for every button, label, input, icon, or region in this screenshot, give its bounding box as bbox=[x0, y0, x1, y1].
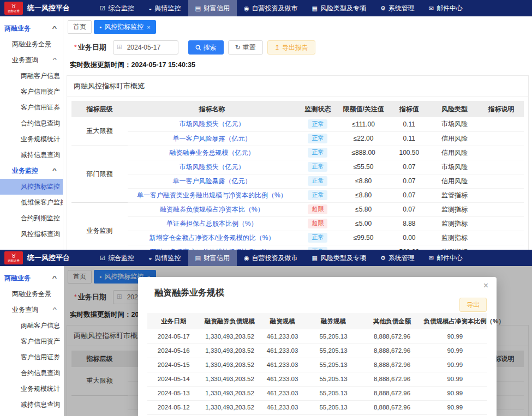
nav-menu: ☑ 综合监控 ◒ 舆情监控 ▤ 财富信用 ◉ 自营投资及做市 bbox=[93, 250, 470, 266]
sidebar-item[interactable]: 两融业务全景 bbox=[0, 286, 63, 302]
sidebar-item[interactable]: 两融业务 ^ bbox=[0, 21, 63, 37]
financing-scale-cell: 461,233.03 bbox=[260, 400, 306, 414]
modal-export-button[interactable]: 导出 bbox=[459, 298, 487, 312]
indicator-name-link[interactable]: 融资融券业务总规模（亿元） bbox=[169, 149, 254, 156]
indicator-name-link[interactable]: 市场风险损失（亿元） bbox=[179, 163, 244, 171]
indicator-name-link[interactable]: 新增穿仓金额占净资本/业务规模的比（%） bbox=[149, 234, 274, 242]
nav-item[interactable]: ☑ 综合监控 bbox=[93, 250, 141, 266]
column-header: 限额值/关注值 bbox=[339, 101, 388, 117]
financing-scale-cell: 461,233.03 bbox=[260, 329, 306, 343]
indicator-name-link[interactable]: 单证券担保占总股本比例（%） bbox=[166, 220, 258, 227]
nav-item[interactable]: ✉ 邮件中心 bbox=[422, 250, 470, 266]
nav-item[interactable]: ◉ 自营投资及做市 bbox=[237, 250, 305, 266]
indicator-value-cell: 0.07 bbox=[387, 188, 431, 202]
limit-value-cell: ≤8.80 bbox=[339, 188, 388, 202]
financing-scale-cell: 461,233.03 bbox=[260, 372, 306, 386]
nav-item[interactable]: ▦ 风险类型及专项 bbox=[305, 250, 373, 266]
sidebar-item[interactable]: 两融业务 ^ bbox=[0, 270, 63, 286]
indicator-name-cell: 融资融券负债规模占净资本比（%） bbox=[128, 202, 296, 216]
debt-scale-cell: 1,330,493,203.52 bbox=[200, 386, 260, 400]
column-header: 指标名称 bbox=[128, 101, 296, 117]
debt-ratio-cell: 90.99 bbox=[423, 372, 487, 386]
sidebar-item[interactable]: 两融客户信息 bbox=[0, 68, 63, 84]
status-badge: 超限 bbox=[308, 219, 327, 228]
indicator-name-link[interactable]: 融资融券负债规模占净资本比（%） bbox=[160, 206, 264, 213]
indicator-value-cell: 0.00 bbox=[387, 231, 431, 245]
nav-item[interactable]: ◒ 舆情监控 bbox=[141, 250, 188, 266]
nav-item-label: 风险类型及专项 bbox=[320, 254, 366, 263]
sidebar-item-label: 两融客户信息 bbox=[21, 72, 60, 80]
status-badge: 正常 bbox=[308, 148, 327, 157]
indicator-name-link[interactable]: 市场风险损失（亿元） bbox=[179, 120, 244, 128]
sidebar-item[interactable]: 两融客户信息 bbox=[0, 318, 63, 334]
nav-item[interactable]: ▦ 风险类型及专项 bbox=[305, 0, 373, 16]
indicator-name-link[interactable]: 单一客户融资类业务融出规模与净资本的比例（%） bbox=[137, 191, 287, 199]
sidebar-item-label: 合约到期监控 bbox=[21, 214, 60, 222]
close-icon[interactable]: × bbox=[483, 281, 488, 290]
sidebar-item[interactable]: 客户信用证券 bbox=[0, 349, 63, 365]
overview-monitor-icon: ☑ bbox=[100, 5, 105, 12]
nav-item-label: 舆情监控 bbox=[155, 4, 181, 13]
risk-type-cell: 市场风险 bbox=[431, 160, 479, 174]
nav-item-label: 舆情监控 bbox=[155, 254, 181, 263]
sidebar-item[interactable]: 合约信息查询 bbox=[0, 365, 63, 381]
sidebar-item[interactable]: 低维保客户监控 bbox=[0, 195, 63, 210]
sidebar-item[interactable]: 业务规模统计 bbox=[0, 131, 63, 147]
modal-table-row: 2024-05-13 1,330,493,203.52 461,233.03 5… bbox=[147, 386, 487, 400]
sidebar-item[interactable]: 减持信息查询 bbox=[0, 397, 63, 413]
risk-type-cell: 监管指标 bbox=[431, 188, 479, 202]
column-header: 监测状态 bbox=[296, 101, 339, 117]
sidebar-item[interactable]: 业务查询 ^ bbox=[0, 302, 63, 318]
indicator-name-link[interactable]: 单一客户风险暴露（亿元） bbox=[172, 177, 251, 185]
reset-button[interactable]: ↻ 重置 bbox=[228, 40, 263, 55]
export-report-button[interactable]: ↥ 导出报告 bbox=[267, 40, 315, 55]
nav-item[interactable]: ⚙ 系统管理 bbox=[373, 0, 422, 16]
nav-item-label: 系统管理 bbox=[388, 4, 415, 13]
status-cell: 超限 bbox=[296, 202, 339, 216]
debt-ratio-cell: 90.99 bbox=[423, 400, 487, 414]
sidebar-item[interactable]: 业务监控 ^ bbox=[0, 163, 63, 179]
search-button[interactable]: 搜索 bbox=[188, 40, 224, 55]
indicator-value-cell: 588.23 bbox=[387, 245, 431, 250]
nav-item[interactable]: ✉ 邮件中心 bbox=[422, 0, 470, 16]
nav-item[interactable]: ▤ 财富信用 bbox=[188, 250, 237, 266]
sidebar-item[interactable]: 风控指标查询 bbox=[0, 226, 63, 242]
business-date-cell: 2024-05-14 bbox=[147, 372, 200, 386]
sidebar-item[interactable]: 合约到期监控 bbox=[0, 210, 63, 226]
brand-name: 西部证券 bbox=[8, 259, 20, 262]
nav-item[interactable]: ◒ 舆情监控 bbox=[141, 0, 188, 16]
indicator-row: 重大限额市场风险损失（亿元）正常≤111.000.11市场风险 bbox=[71, 117, 524, 131]
column-header: 融资规模 bbox=[260, 313, 306, 329]
screenshot-top: ♉ 西部证券 统一风控平台 ☑ 综合监控 ◒ 舆情监控 ▤ 财富信用 bbox=[0, 0, 532, 250]
page-tab[interactable]: 首页 bbox=[68, 20, 92, 34]
status-cell: 正常 bbox=[296, 160, 339, 174]
indicator-name-link[interactable]: 单一客户风险暴露（亿元） bbox=[172, 135, 251, 142]
tab-close-icon[interactable]: × bbox=[147, 24, 150, 31]
risk-type-icon: ▦ bbox=[312, 255, 318, 262]
page-tab[interactable]: ● 风控指标监控 × bbox=[94, 20, 156, 34]
nav-item[interactable]: ◉ 自营投资及做市 bbox=[237, 0, 305, 16]
sidebar-item-label: 业务监控 bbox=[12, 167, 38, 174]
business-date-input[interactable] bbox=[113, 40, 178, 55]
sidebar-item[interactable]: 减持信息查询 bbox=[0, 147, 63, 163]
sidebar-item[interactable]: 业务查询 ^ bbox=[0, 52, 63, 68]
status-cell: 正常 bbox=[296, 231, 339, 245]
sidebar-item[interactable]: 客户信用资产 bbox=[0, 334, 63, 349]
sidebar-item[interactable]: 客户信用资产 bbox=[0, 84, 63, 100]
nav-item[interactable]: ⚙ 系统管理 bbox=[373, 250, 422, 266]
nav-item-label: 风险类型及专项 bbox=[320, 4, 366, 13]
sidebar-item[interactable]: 客户信用证券 bbox=[0, 100, 63, 116]
nav-item[interactable]: ▤ 财富信用 bbox=[188, 0, 237, 16]
status-badge: 超限 bbox=[308, 204, 327, 214]
business-scale-table: 业务日期融资融券负债规模融资规模融券规模其他负债金额负债规模占净资本比例（%） … bbox=[147, 313, 487, 415]
sidebar-item[interactable]: 两融业务全景 bbox=[0, 37, 63, 52]
bottom-navbar: ♉ 西部证券 统一风控平台 ☑ 综合监控 ◒ 舆情监控 ▤ 财富信用 bbox=[0, 250, 532, 266]
sidebar-item[interactable]: 业务规模统计 bbox=[0, 381, 63, 397]
nav-item[interactable]: ☑ 综合监控 bbox=[93, 0, 141, 16]
status-badge: 正常 bbox=[308, 233, 327, 242]
column-header: 融资融券负债规模 bbox=[200, 313, 260, 329]
sidebar-item[interactable]: 合约信息查询 bbox=[0, 116, 63, 131]
status-badge: 正常 bbox=[308, 176, 327, 185]
sidebar-item[interactable]: 业务监控 ^ bbox=[0, 413, 63, 416]
sidebar-item[interactable]: 风控指标监控 bbox=[0, 179, 63, 195]
